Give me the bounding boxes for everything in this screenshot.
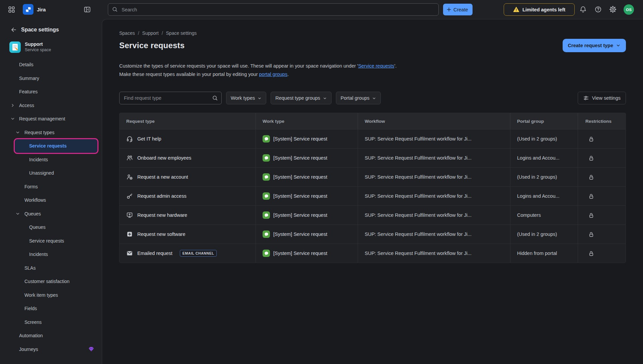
sidebar-item-label: Fields — [24, 306, 37, 311]
back-arrow-icon — [10, 26, 17, 33]
sidebar-item-slas[interactable]: SLAs — [9, 261, 97, 275]
sidebar-item-workflows[interactable]: Workflows — [9, 193, 97, 207]
link-service-requests[interactable]: Service requests — [358, 63, 394, 69]
page-title: Service requests — [119, 41, 185, 50]
chevron-down-icon[interactable] — [10, 116, 15, 121]
column-header-request-type: Request type — [120, 113, 256, 129]
back-button[interactable] — [10, 26, 17, 33]
sidebar-title: Space settings — [21, 27, 59, 33]
unlock-icon[interactable] — [588, 174, 594, 180]
workflow-name: SUP: Service Request Fulfilment workflow… — [365, 155, 472, 161]
table-row-emailed-request[interactable]: Emailed requestEMAIL CHANNEL[System] Ser… — [120, 244, 626, 263]
sidebar-item-request-types[interactable]: Request types — [9, 126, 97, 140]
space-type: Service space — [25, 47, 51, 53]
sidebar-item-incidents[interactable]: Incidents — [9, 153, 97, 167]
sidebar-item-label: Request management — [19, 116, 65, 121]
limited-agents-button[interactable]: Limited agents left — [504, 3, 575, 16]
view-settings-button[interactable]: View settings — [578, 92, 626, 104]
sidebar-item-request-management[interactable]: Request management — [9, 112, 97, 126]
chat-bubble-icon — [264, 156, 269, 161]
collapse-sidebar-button[interactable] — [84, 6, 91, 13]
sidebar-item-queues[interactable]: Queues — [9, 220, 97, 234]
sidebar-item-customer-satisfaction[interactable]: Customer satisfaction — [9, 275, 97, 288]
plus-icon — [446, 7, 452, 12]
app-switcher-icon — [8, 6, 15, 13]
chat-bubble-icon — [264, 232, 269, 237]
sidebar-item-queues[interactable]: Queues — [9, 207, 97, 221]
request-type-name: Request new software — [137, 232, 185, 237]
workflow-name: SUP: Service Request Fulfilment workflow… — [365, 212, 472, 218]
unlock-icon[interactable] — [588, 231, 594, 238]
app-name: Jira — [37, 0, 46, 19]
column-header-portal-group: Portal group — [510, 113, 578, 129]
sidebar-item-label: Forms — [24, 184, 38, 189]
sidebar-item-label: Details — [19, 62, 33, 67]
breadcrumb-item-support[interactable]: Support — [142, 30, 159, 36]
search-input[interactable] — [108, 3, 439, 16]
sidebar-item-label: Customer satisfaction — [24, 279, 70, 284]
breadcrumb: Spaces/Support/Space settings — [119, 30, 626, 36]
chevron-down-icon[interactable] — [15, 211, 20, 216]
table-row-onboard-new-employees[interactable]: Onboard new employees[System] Service re… — [120, 148, 626, 167]
table-row-request-admin-access[interactable]: Request admin access[System] Service req… — [120, 186, 626, 205]
jira-logo[interactable] — [23, 4, 33, 15]
sidebar-item-features[interactable]: Features — [9, 85, 97, 99]
sidebar-item-incidents[interactable]: Incidents — [9, 248, 97, 261]
sidebar-item-label: SLAs — [24, 265, 35, 271]
chevron-right-icon[interactable] — [10, 103, 15, 108]
chat-bubble-icon — [264, 194, 269, 199]
sidebar-item-access[interactable]: Access — [9, 99, 97, 112]
filter-dropdown-work-types[interactable]: Work types — [226, 92, 266, 104]
chevron-down-icon[interactable] — [15, 130, 20, 135]
app-switcher-button[interactable] — [8, 6, 15, 13]
space-card[interactable]: Support Service space — [9, 41, 97, 53]
portal-group: (Used in 2 groups) — [517, 136, 557, 142]
request-types-table: Request typeWork typeWorkflowPortal grou… — [119, 113, 626, 263]
chat-bubble-icon — [264, 175, 269, 180]
avatar[interactable]: OS — [624, 4, 634, 15]
create-request-type-button[interactable]: Create request type — [563, 39, 626, 52]
filter-dropdown-portal-groups[interactable]: Portal groups — [336, 92, 381, 104]
unlock-icon[interactable] — [588, 155, 594, 161]
unlock-icon[interactable] — [588, 136, 594, 142]
table-row-get-it-help[interactable]: Get IT help[System] Service requestSUP: … — [120, 129, 626, 148]
description-line-1: Customize the types of service requests … — [119, 62, 626, 70]
work-type-icon — [263, 211, 270, 219]
unlock-icon[interactable] — [588, 212, 594, 218]
sidebar-item-screens[interactable]: Screens — [9, 315, 97, 329]
email-channel-badge: EMAIL CHANNEL — [180, 250, 217, 257]
sidebar-item-summary[interactable]: Summary — [9, 72, 97, 85]
sidebar-item-details[interactable]: Details — [9, 58, 97, 72]
chevron-down-icon — [372, 96, 376, 100]
table-row-request-new-hardware[interactable]: Request new hardware[System] Service req… — [120, 205, 626, 224]
breadcrumb-item-space-settings[interactable]: Space settings — [166, 30, 197, 36]
sidebar-item-work-item-types[interactable]: Work item types — [9, 288, 97, 302]
filter-dropdown-request-type-groups[interactable]: Request type groups — [271, 92, 332, 104]
description-line-2: Make these request types available in yo… — [119, 70, 626, 79]
link-portal-groups[interactable]: portal groups — [259, 72, 288, 77]
unlock-icon[interactable] — [588, 193, 594, 199]
table-row-request-a-new-account[interactable]: Request a new account[System] Service re… — [120, 167, 626, 186]
sidebar-item-unassigned[interactable]: Unassigned — [9, 166, 97, 180]
search-icon — [212, 95, 218, 101]
top-bar: Jira Create Limited agents left OS — [0, 0, 643, 19]
sidebar-item-journeys[interactable]: Journeys — [9, 343, 97, 356]
sidebar-item-label: Work item types — [24, 292, 58, 298]
sidebar-item-service-requests[interactable]: Service requests — [9, 234, 97, 248]
settings-button[interactable] — [609, 6, 617, 13]
sidebar-item-service-requests[interactable]: Service requests — [15, 139, 97, 153]
find-request-type-input[interactable] — [119, 92, 222, 104]
global-search — [108, 3, 439, 16]
sidebar-item-forms[interactable]: Forms — [9, 180, 97, 194]
table-row-request-new-software[interactable]: Request new software[System] Service req… — [120, 224, 626, 244]
sidebar-item-automation[interactable]: Automation — [9, 329, 97, 343]
unlock-icon[interactable] — [588, 250, 594, 257]
help-button[interactable] — [594, 6, 602, 13]
create-button[interactable]: Create — [443, 4, 473, 15]
workflow-name: SUP: Service Request Fulfilment workflow… — [365, 174, 472, 180]
sidebar-item-fields[interactable]: Fields — [9, 302, 97, 315]
filter-bar: Work typesRequest type groupsPortal grou… — [119, 92, 626, 104]
square-add-icon — [126, 231, 133, 238]
notifications-button[interactable] — [579, 6, 587, 13]
breadcrumb-item-spaces[interactable]: Spaces — [119, 30, 135, 36]
